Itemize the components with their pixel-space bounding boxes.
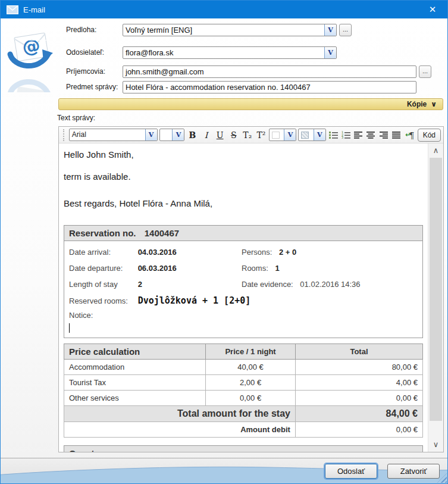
dialog-footer: Odoslať Zatvoriť [1, 458, 447, 483]
bullet-list-button[interactable] [328, 129, 339, 141]
arrival-value: 04.03.2016 [138, 248, 177, 257]
highlight-pattern-icon [301, 132, 309, 139]
message-editor: Arial V V B I U S T₂ T² V [58, 126, 444, 452]
highlight-color-dropdown[interactable]: V [298, 129, 325, 141]
numbered-list-button[interactable]: 1 2 3 [340, 129, 351, 141]
divider [21, 40, 443, 40]
rooms-value: 1 [275, 264, 279, 273]
editor-toolbar: Arial V V B I U S T₂ T² V [59, 127, 443, 143]
font-color-swatch-icon [272, 132, 280, 139]
underline-button[interactable]: U [214, 129, 226, 142]
close-icon[interactable]: ✕ [424, 4, 441, 15]
show-formatting-button[interactable]: ↵ ¶ [404, 130, 416, 140]
amount-debit-value: 0,00 € [295, 422, 422, 438]
subject-input[interactable]: Hotel Flóra - accommodation reservation … [123, 81, 416, 93]
sender-combobox[interactable]: flora@flora.sk V [123, 46, 337, 59]
total-amount-value: 84,00 € [295, 406, 422, 422]
align-center-button[interactable] [366, 129, 377, 141]
price-header-row: Price calculation Price / 1 night Total [64, 344, 423, 360]
price-debit-row: Amount debit 0,00 € [64, 422, 423, 438]
price-calculation-table: Price calculation Price / 1 night Total … [64, 344, 423, 438]
reservation-row: Reserved rooms: Dvojlôžková + 1 [2+0] [69, 292, 418, 309]
subscript-button[interactable]: T₂ [242, 129, 253, 142]
message-text-label: Text správy: [57, 114, 95, 122]
price-row: Accommodation 40,00 € 80,00 € [64, 360, 423, 375]
length-of-stay-value: 2 [138, 280, 142, 289]
template-combobox[interactable]: Voľný termín [ENG] V [123, 24, 337, 36]
template-more-button[interactable]: ... [339, 24, 352, 36]
bold-button[interactable]: B [186, 129, 198, 142]
editor-scrollbar[interactable]: ∧ ∨ [428, 143, 443, 452]
chevron-down-icon[interactable]: V [145, 129, 157, 140]
price-row-label: Accommodation [64, 360, 206, 375]
toolbar-grip [63, 129, 65, 141]
align-left-button[interactable] [353, 129, 364, 141]
reservation-number: 1400467 [145, 228, 179, 238]
align-left-icon [354, 131, 363, 139]
recipients-input[interactable]: john.smith@gmail.com [123, 65, 416, 78]
pilcrow-icon: ¶ [409, 130, 414, 140]
price-row-night: 2,00 € [206, 375, 296, 391]
chevron-down-icon[interactable]: V [324, 24, 336, 36]
svg-text:3: 3 [342, 136, 343, 139]
sender-label: Odosielateľ: [66, 46, 104, 59]
font-family-combobox[interactable]: Arial V [69, 129, 158, 141]
envelope-icon [7, 5, 18, 14]
price-title: Price calculation [64, 344, 206, 360]
rooms-label: Rooms: [242, 264, 268, 273]
price-total-row: Total amount for the stay 84,00 € [64, 406, 423, 422]
italic-button[interactable]: I [200, 129, 212, 142]
chevron-down-icon[interactable]: V [284, 129, 296, 140]
send-button[interactable]: Odoslať [325, 464, 377, 479]
message-body[interactable]: Hello John Smith, term is available. Bes… [59, 143, 428, 452]
scroll-up-icon[interactable]: ∧ [428, 145, 443, 157]
copies-expander[interactable]: Kópie ∨ [58, 98, 443, 110]
recipients-label: Príjemcovia: [66, 65, 105, 78]
amount-debit-label: Amount debit [64, 422, 296, 438]
date-evidence-value: 01.02.2016 14:36 [300, 280, 360, 289]
dialog-body: @ Predloha: Voľný termín [ENG] V ... Odo… [1, 18, 447, 458]
strikethrough-button[interactable]: S [228, 129, 240, 142]
recipients-more-button[interactable]: ... [419, 65, 431, 78]
superscript-button[interactable]: T² [255, 129, 267, 142]
price-per-night-header: Price / 1 night [206, 344, 296, 360]
chevron-down-icon[interactable]: V [172, 129, 184, 140]
subject-label: Predmet správy: [66, 81, 118, 93]
total-amount-label: Total amount for the stay [64, 406, 296, 422]
font-size-combobox[interactable]: V [159, 129, 185, 141]
close-button[interactable]: Zatvoriť [387, 464, 440, 479]
price-row-total: 80,00 € [295, 360, 422, 375]
chevron-down-icon[interactable]: V [314, 129, 325, 140]
date-evidence-label: Date evidence: [242, 280, 293, 289]
scroll-down-icon[interactable]: ∨ [428, 439, 443, 451]
price-row-night: 0,00 € [206, 391, 296, 406]
reservation-row: Date arrival: 04.03.2016 Persons: 2 + 0 [69, 244, 418, 260]
align-right-button[interactable] [378, 129, 389, 141]
price-total-header: Total [295, 344, 422, 360]
reservation-summary: Reservation no. 1400467 Date arrival: 04… [64, 225, 423, 338]
window-title: E-mail [23, 5, 45, 14]
message-signature: Best regards, Hotel Flóra - Anna Milá, [64, 198, 428, 208]
reservation-row: Notice: [69, 309, 418, 322]
align-center-icon [366, 131, 375, 139]
email-artwork-icon: @ [7, 23, 57, 92]
scrollbar-thumb[interactable] [430, 158, 442, 421]
guest-section: Guest [64, 445, 423, 452]
price-row-total: 4,00 € [295, 375, 422, 391]
font-color-dropdown[interactable]: V [269, 129, 296, 141]
title-bar: E-mail ✕ [1, 1, 447, 18]
template-label: Predloha: [66, 24, 96, 36]
align-right-icon [380, 131, 389, 139]
align-justify-button[interactable] [391, 129, 402, 141]
copies-label: Kópie [407, 100, 427, 108]
chevron-down-icon[interactable]: V [324, 47, 336, 58]
bullet-list-icon [329, 131, 338, 139]
price-row: Other services 0,00 € 0,00 € [64, 391, 423, 406]
guest-header: Guest [64, 446, 422, 452]
price-row: Tourist Tax 2,00 € 4,00 € [64, 375, 423, 391]
code-view-button[interactable]: Kód [418, 129, 441, 142]
price-row-label: Other services [64, 391, 206, 406]
numbered-list-icon: 1 2 3 [342, 131, 350, 139]
align-justify-icon [392, 131, 401, 139]
reservation-row: Date departure: 06.03.2016 Rooms: 1 [69, 260, 418, 276]
